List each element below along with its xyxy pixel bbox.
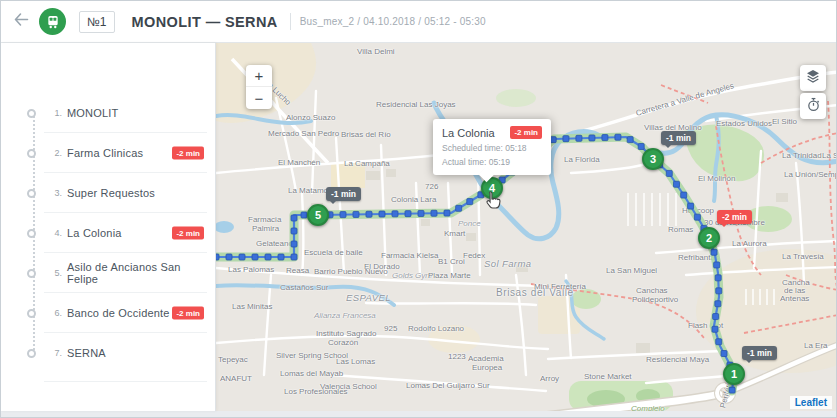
stop-number: 4. bbox=[44, 228, 62, 238]
stop-label: Banco de Occidente bbox=[67, 307, 170, 319]
stop-number: 7. bbox=[44, 348, 62, 358]
popup-actual-time: Actual time: 05:19 bbox=[442, 157, 542, 167]
back-button[interactable] bbox=[1, 12, 39, 31]
stop-item[interactable]: 7.SERNA bbox=[1, 333, 215, 373]
header: №1 MONOLIT — SERNA Bus_mex_2 / 04.10.201… bbox=[1, 1, 836, 43]
stop-label: La Colonia bbox=[67, 227, 122, 239]
zoom-out-button[interactable]: − bbox=[246, 87, 272, 109]
stop-circle-icon bbox=[27, 109, 36, 118]
stop-item[interactable]: 4.La Colonia-2 min bbox=[1, 213, 215, 253]
stop-circle-icon bbox=[27, 349, 36, 358]
popup-stop-name: La Colonia bbox=[442, 127, 495, 139]
stop-label: SERNA bbox=[67, 347, 106, 359]
stop-label: MONOLIT bbox=[67, 107, 119, 119]
layers-button[interactable] bbox=[800, 65, 826, 91]
zoom-control: + − bbox=[246, 65, 272, 109]
stop-circle-icon bbox=[27, 229, 36, 238]
delay-badge: -2 min bbox=[172, 227, 204, 240]
stop-circle-icon bbox=[27, 189, 36, 198]
route-title: MONOLIT — SERNA bbox=[132, 14, 278, 30]
route-number-badge: №1 bbox=[79, 11, 115, 33]
stop-marker-2[interactable]: 2 bbox=[698, 227, 720, 249]
stop-circle-icon bbox=[27, 149, 36, 158]
stop-list: 1.MONOLIT2.Farma Clinicas-2 min3.Super R… bbox=[1, 93, 215, 373]
delay-tooltip: -1 min bbox=[661, 131, 696, 145]
map-popup: La Colonia -2 min Scheduled time: 05:18 … bbox=[433, 119, 551, 175]
route-subtitle: Bus_mex_2 / 04.10.2018 / 05:12 - 05:30 bbox=[300, 16, 486, 27]
delay-tooltip: -1 min bbox=[326, 187, 361, 201]
stop-marker-1[interactable]: 1 bbox=[723, 363, 745, 385]
delay-tooltip: -1 min bbox=[742, 346, 777, 360]
map-markers-layer: -1 min1-2 min2-1 min34-1 min5 bbox=[216, 43, 836, 411]
bus-icon bbox=[39, 8, 66, 35]
stop-label: Super Requestos bbox=[67, 187, 155, 199]
delay-badge: -2 min bbox=[172, 307, 204, 320]
back-arrow-icon bbox=[12, 12, 29, 31]
stop-number: 6. bbox=[44, 308, 62, 318]
delay-tooltip: -2 min bbox=[717, 210, 752, 224]
stop-circle-icon bbox=[27, 309, 36, 318]
popup-scheduled-time: Scheduled time: 05:18 bbox=[442, 143, 542, 153]
bus-tracking-app: №1 MONOLIT — SERNA Bus_mex_2 / 04.10.201… bbox=[0, 0, 837, 418]
stop-marker-5[interactable]: 5 bbox=[307, 204, 329, 226]
map[interactable]: Villa DelmiResidencial Las JoyasAlonzo S… bbox=[216, 43, 836, 411]
zoom-in-button[interactable]: + bbox=[246, 65, 272, 87]
stop-number: 5. bbox=[44, 268, 62, 278]
stop-item[interactable]: 1.MONOLIT bbox=[1, 93, 215, 133]
bottom-strip bbox=[1, 411, 836, 418]
stop-marker-3[interactable]: 3 bbox=[642, 148, 664, 170]
stop-item[interactable]: 3.Super Requestos bbox=[1, 173, 215, 213]
cursor-hand-icon bbox=[484, 191, 501, 214]
stop-number: 1. bbox=[44, 108, 62, 118]
popup-delay-badge: -2 min bbox=[510, 126, 542, 139]
stop-number: 2. bbox=[44, 148, 62, 158]
layers-icon bbox=[805, 68, 821, 88]
stop-item[interactable]: 5.Asilo de Ancianos San Felipe bbox=[1, 253, 215, 293]
stops-sidebar: 1.MONOLIT2.Farma Clinicas-2 min3.Super R… bbox=[1, 43, 216, 411]
delay-badge: -2 min bbox=[172, 147, 204, 160]
stop-label: Farma Clinicas bbox=[67, 147, 143, 159]
history-button[interactable] bbox=[800, 93, 826, 119]
stopwatch-icon bbox=[806, 97, 821, 116]
content: 1.MONOLIT2.Farma Clinicas-2 min3.Super R… bbox=[1, 43, 836, 411]
stop-item[interactable]: 6.Banco de Occidente-2 min bbox=[1, 293, 215, 333]
leaflet-attribution[interactable]: Leaflet bbox=[790, 396, 832, 409]
stop-circle-icon bbox=[27, 269, 36, 278]
stop-number: 3. bbox=[44, 188, 62, 198]
stop-label: Asilo de Ancianos San Felipe bbox=[67, 261, 215, 285]
stop-item[interactable]: 2.Farma Clinicas-2 min bbox=[1, 133, 215, 173]
header-divider bbox=[290, 13, 291, 30]
